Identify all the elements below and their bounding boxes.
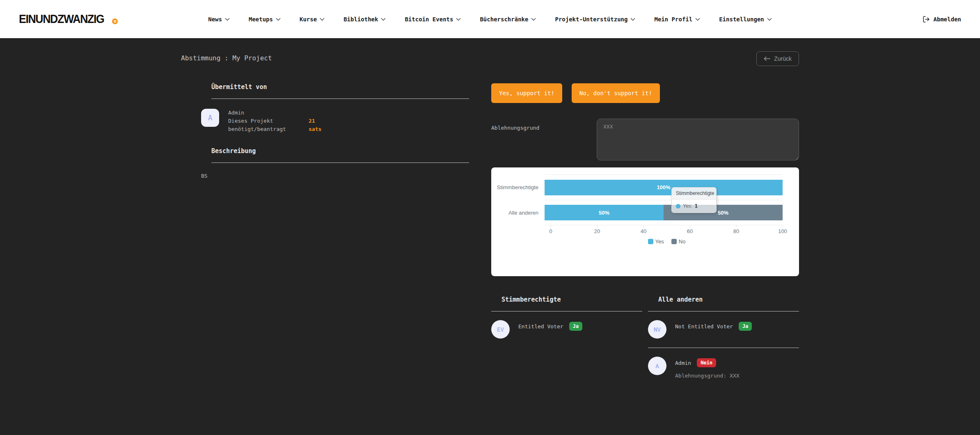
entitled-voters-heading: Stimmberechtigte [501, 296, 642, 303]
main-content: Abstimmung : My Project Zurück Übermitte… [181, 38, 799, 379]
nav-item-projekt-unterstuetzung[interactable]: Projekt-Unterstützung [555, 16, 635, 23]
tick-mark [783, 225, 783, 227]
other-voters-column: Alle anderen NV Not Entitled Voter Ja [648, 296, 799, 379]
chevron-down-icon [630, 18, 635, 21]
tick-mark [690, 225, 690, 227]
chart-row-stimmberechtigte: Stimmberechtigte 100% [491, 174, 799, 200]
vote-badge-ja: Ja [739, 322, 752, 331]
rejection-reason-textarea[interactable]: XXX [597, 119, 799, 160]
nav-item-bibliothek[interactable]: Bibliothek [343, 16, 386, 23]
project-details-panel: Übermittelt von A Admin Dieses Projekt b… [181, 83, 469, 379]
vote-badge-nein: Nein [697, 358, 716, 367]
request-line: benötigt/beantragt [228, 125, 309, 133]
tooltip-series-dot [676, 204, 680, 208]
tick-label: 100 [778, 228, 787, 234]
submitter-name: Admin [228, 109, 309, 117]
entitled-voters-column: Stimmberechtigte EV Entitled Voter Ja [491, 296, 642, 379]
legend-swatch-no [671, 239, 677, 244]
vote-badge-ja: Ja [569, 322, 582, 331]
voter-name: Admin [675, 360, 691, 366]
voter-name: Not Entitled Voter [675, 323, 733, 330]
amount-unit: sats [309, 125, 321, 133]
tooltip-title: Stimmberechtigte [672, 188, 716, 199]
nav-item-news[interactable]: News [208, 16, 230, 23]
requested-amount: 21 sats [309, 109, 321, 133]
avatar: EV [491, 320, 510, 339]
back-button[interactable]: Zurück [756, 51, 799, 66]
page-title: Abstimmung : My Project [181, 51, 272, 62]
divider [648, 311, 799, 311]
arrow-left-icon [764, 56, 770, 61]
chevron-down-icon [320, 18, 325, 21]
legend-swatch-yes [648, 239, 653, 244]
tick-label: 60 [687, 228, 693, 234]
tick-label: 80 [733, 228, 739, 234]
submitter-info: Admin Dieses Projekt benötigt/beantragt [228, 109, 309, 133]
top-navbar: EINUNDZWANZIG B News Meetups Kurse Bibli… [0, 0, 980, 38]
bar-yes[interactable]: 50% [545, 205, 664, 220]
voter-row: EV Entitled Voter Ja [491, 320, 642, 339]
tick-mark [736, 225, 737, 227]
tick-label: 0 [549, 228, 552, 234]
chevron-down-icon [381, 18, 386, 21]
avatar: NV [648, 320, 666, 339]
tooltip-series-label: Yes: [683, 203, 692, 209]
vote-results-chart: Stimmberechtigte 100% Alle anderen 50% 5… [491, 167, 799, 276]
avatar: A [201, 109, 219, 127]
category-label: Stimmberechtigte [491, 184, 545, 190]
nav-item-bitcoin-events[interactable]: Bitcoin Events [405, 16, 461, 23]
avatar: A [648, 357, 666, 375]
chevron-down-icon [456, 18, 461, 21]
legend-item-no[interactable]: No [671, 238, 686, 245]
category-label: Alle anderen [491, 210, 545, 216]
logout-button[interactable]: Abmelden [923, 0, 961, 38]
divider [491, 311, 642, 311]
chevron-down-icon [531, 18, 536, 21]
tick-label: 40 [641, 228, 646, 234]
submitted-by-heading: Übermittelt von [211, 83, 469, 91]
other-voters-heading: Alle anderen [658, 296, 799, 303]
tick-mark [551, 225, 551, 227]
logout-icon [923, 16, 930, 23]
x-axis: 0 20 40 60 80 100 [551, 225, 783, 236]
bar-yes[interactable]: 100% [545, 180, 783, 195]
voter-row: A Admin Nein Ablehnungsgrund: XXX [648, 357, 799, 379]
nav-menu: News Meetups Kurse Bibliothek Bitcoin Ev… [208, 16, 772, 23]
chart-tooltip: Stimmberechtigte Yes: 1 [671, 187, 717, 213]
chevron-down-icon [225, 18, 230, 21]
divider [211, 163, 469, 163]
amount-value: 21 [309, 117, 321, 125]
voting-panel: Yes, support it! No, don't support it! A… [491, 83, 799, 379]
rejection-reason-note: Ablehnungsgrund: XXX [675, 373, 740, 379]
divider [648, 348, 799, 348]
rejection-reason-label: Ablehnungsgrund [491, 119, 597, 131]
chevron-down-icon [767, 18, 772, 21]
nav-item-meetups[interactable]: Meetups [249, 16, 281, 23]
tick-label: 20 [594, 228, 600, 234]
tick-mark [597, 225, 598, 227]
logo-text: EINUNDZWANZIG [19, 12, 104, 26]
bitcoin-dot-icon: B [112, 18, 118, 24]
vote-yes-button[interactable]: Yes, support it! [491, 83, 562, 103]
voter-name: Entitled Voter [518, 323, 563, 330]
description-text: BS [201, 173, 469, 179]
nav-item-einstellungen[interactable]: Einstellungen [719, 16, 772, 23]
tick-mark [643, 225, 644, 227]
voter-row: NV Not Entitled Voter Ja [648, 320, 799, 339]
chart-row-alle-anderen: Alle anderen 50% 50% [491, 200, 799, 225]
description-heading: Beschreibung [211, 147, 469, 155]
chevron-down-icon [695, 18, 700, 21]
request-line: Dieses Projekt [228, 117, 309, 125]
logo[interactable]: EINUNDZWANZIG B [19, 0, 118, 38]
divider [211, 98, 469, 99]
tooltip-value: 1 [695, 203, 698, 209]
legend-item-yes[interactable]: Yes [648, 238, 664, 245]
chevron-down-icon [276, 18, 281, 21]
chart-legend: Yes No [551, 238, 783, 245]
nav-item-buecherschraenke[interactable]: Bücherschränke [480, 16, 536, 23]
vote-no-button[interactable]: No, don't support it! [572, 83, 660, 103]
logout-label: Abmelden [934, 16, 961, 23]
submitter-row: A Admin Dieses Projekt benötigt/beantrag… [201, 109, 469, 133]
nav-item-mein-profil[interactable]: Mein Profil [654, 16, 700, 23]
nav-item-kurse[interactable]: Kurse [300, 16, 325, 23]
